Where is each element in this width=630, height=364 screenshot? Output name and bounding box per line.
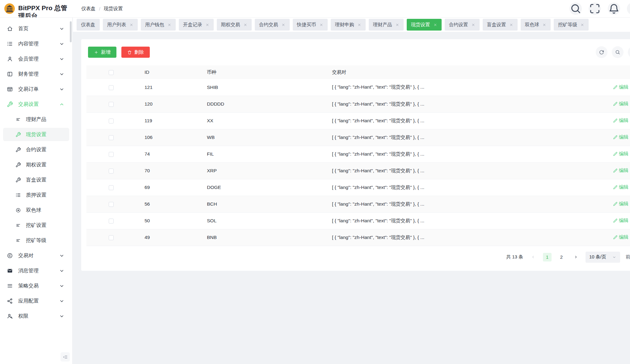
tab-item[interactable]: 开盒记录 <box>179 19 214 31</box>
row-checkbox[interactable] <box>109 219 114 224</box>
more-button[interactable] <box>627 2 630 15</box>
close-icon[interactable] <box>542 23 546 27</box>
row-checkbox[interactable] <box>109 185 114 190</box>
close-icon[interactable] <box>433 23 437 27</box>
page-number-button[interactable]: 2 <box>557 253 566 261</box>
tab-item[interactable]: 理财申购 <box>331 19 366 31</box>
tab-item[interactable]: 现货设置 <box>407 19 442 31</box>
sidebar-collapse-button[interactable] <box>61 352 70 362</box>
sidebar-item[interactable]: 交易对 <box>3 249 69 262</box>
edit-row-button[interactable]: 编辑 <box>613 184 628 190</box>
refresh-button[interactable] <box>596 46 607 58</box>
page-number-button[interactable]: 1 <box>543 253 552 261</box>
sidebar-subitem-label: 挖矿设置 <box>26 222 69 229</box>
notifications-button[interactable] <box>608 2 620 15</box>
edit-row-button[interactable]: 编辑 <box>613 134 628 140</box>
tab-item[interactable]: 双色球 <box>521 19 551 31</box>
sidebar-scrollbar[interactable] <box>70 21 72 42</box>
sidebar-subitem[interactable]: 质押设置 <box>3 188 69 202</box>
close-icon[interactable] <box>167 23 171 27</box>
close-icon[interactable] <box>580 23 584 27</box>
edit-row-button[interactable]: 编辑 <box>613 234 628 241</box>
next-page-button[interactable] <box>571 253 580 261</box>
sidebar-subitem[interactable]: 双色球 <box>3 203 69 217</box>
sidebar-item[interactable]: 内容管理 <box>3 37 69 50</box>
tab-item[interactable]: 用户列表 <box>103 19 138 31</box>
edit-row-button[interactable]: 编辑 <box>613 217 628 224</box>
row-actions-cell: 编辑 <box>574 196 630 212</box>
close-icon[interactable] <box>243 23 247 27</box>
sidebar-item[interactable]: 会员管理 <box>3 52 69 65</box>
sidebar-item[interactable]: 应用配置 <box>3 294 69 308</box>
row-checkbox[interactable] <box>109 202 114 207</box>
row-checkbox[interactable] <box>109 169 114 174</box>
add-button[interactable]: 新增 <box>88 47 116 58</box>
table-card: 新增 删除 ID 币种 交易对 121SHIB[ <box>81 39 630 271</box>
menu-icon <box>7 283 13 289</box>
sidebar-item[interactable]: 权限 <box>3 309 69 323</box>
search-button[interactable] <box>612 46 624 58</box>
row-checkbox[interactable] <box>109 235 114 240</box>
sidebar-item[interactable]: 交易设置 <box>3 98 69 111</box>
sidebar-menu: 首页内容管理会员管理财务管理交易订单交易设置理财产品现货设置合约设置期权设置盲盒… <box>0 18 72 323</box>
edit-row-button[interactable]: 编辑 <box>613 101 628 107</box>
sidebar-subitem[interactable]: 理财产品 <box>3 113 69 126</box>
tab-item[interactable]: 合约设置 <box>445 19 480 31</box>
row-checkbox[interactable] <box>109 85 114 90</box>
sidebar-subitem[interactable]: 现货设置 <box>3 128 69 141</box>
close-icon[interactable] <box>395 23 399 27</box>
tab-item[interactable]: 盲盒设置 <box>483 19 518 31</box>
sidebar-item[interactable]: 财务管理 <box>3 67 69 81</box>
sidebar-item[interactable]: 策略交易 <box>3 279 69 292</box>
close-icon[interactable] <box>281 23 285 27</box>
tab-item[interactable]: 快捷买币 <box>293 19 328 31</box>
tab-item[interactable]: 用户钱包 <box>141 19 176 31</box>
fullscreen-button[interactable] <box>589 2 601 15</box>
sidebar-item[interactable]: 消息管理 <box>3 264 69 277</box>
row-checkbox[interactable] <box>109 102 114 107</box>
more-button[interactable] <box>628 46 630 58</box>
edit-label: 编辑 <box>619 167 628 174</box>
row-checkbox[interactable] <box>109 119 114 123</box>
close-icon[interactable] <box>129 23 133 27</box>
select-all-checkbox[interactable] <box>109 70 114 75</box>
tab-item[interactable]: 理财产品 <box>369 19 404 31</box>
tab-item[interactable]: 期权交易 <box>217 19 252 31</box>
prev-page-button[interactable] <box>529 253 537 261</box>
edit-row-button[interactable]: 编辑 <box>613 167 628 174</box>
breadcrumb-item[interactable]: 仪表盘 <box>81 6 96 12</box>
collapse-icon <box>63 354 68 360</box>
delete-button[interactable]: 删除 <box>121 47 150 58</box>
close-icon[interactable] <box>319 23 323 27</box>
brand[interactable]: BitPPX Pro 总管理后台 <box>4 3 72 18</box>
tab-item[interactable]: 合约交易 <box>255 19 290 31</box>
sort-lines-icon <box>15 223 21 228</box>
sidebar-subitem[interactable]: 合约设置 <box>3 143 69 156</box>
search-button[interactable] <box>569 2 582 15</box>
edit-row-button[interactable]: 编辑 <box>613 151 628 157</box>
sidebar-item[interactable]: 交易订单 <box>3 82 69 96</box>
tab-item[interactable]: 仪表盘 <box>77 19 100 31</box>
close-icon[interactable] <box>205 23 209 27</box>
sidebar-subitem[interactable]: 盲盒设置 <box>3 173 69 186</box>
edit-row-button[interactable]: 编辑 <box>613 201 628 207</box>
sidebar-subitem[interactable]: 期权设置 <box>3 158 69 171</box>
tab-bar: 仪表盘用户列表用户钱包开盒记录期权交易合约交易快捷买币理财申购理财产品现货设置合… <box>73 18 630 32</box>
close-icon[interactable] <box>509 23 513 27</box>
edit-row-button[interactable]: 编辑 <box>613 84 628 90</box>
row-pair-cell: [ { "lang": "zh-Hant", "text": "现货交易" },… <box>327 212 574 229</box>
sidebar-subitem[interactable]: 挖矿设置 <box>3 219 69 232</box>
close-icon[interactable] <box>471 23 475 27</box>
page-size-select[interactable]: 10 条/页 <box>586 252 620 263</box>
sidebar-subitem[interactable]: 挖矿等级 <box>3 234 69 247</box>
row-checkbox[interactable] <box>109 152 114 157</box>
edit-row-button[interactable]: 编辑 <box>613 117 628 124</box>
close-icon[interactable] <box>357 23 361 27</box>
tab-item[interactable]: 挖矿等级 <box>554 19 589 31</box>
row-checkbox[interactable] <box>109 135 114 140</box>
sidebar-subitem-label: 盲盒设置 <box>26 177 69 183</box>
sidebar-item[interactable]: 首页 <box>3 22 69 35</box>
row-pair-cell: [ { "lang": "zh-Hant", "text": "现货交易" },… <box>327 79 574 96</box>
breadcrumb-item[interactable]: 现货设置 <box>104 6 123 12</box>
row-actions-cell: 编辑 <box>574 212 630 229</box>
